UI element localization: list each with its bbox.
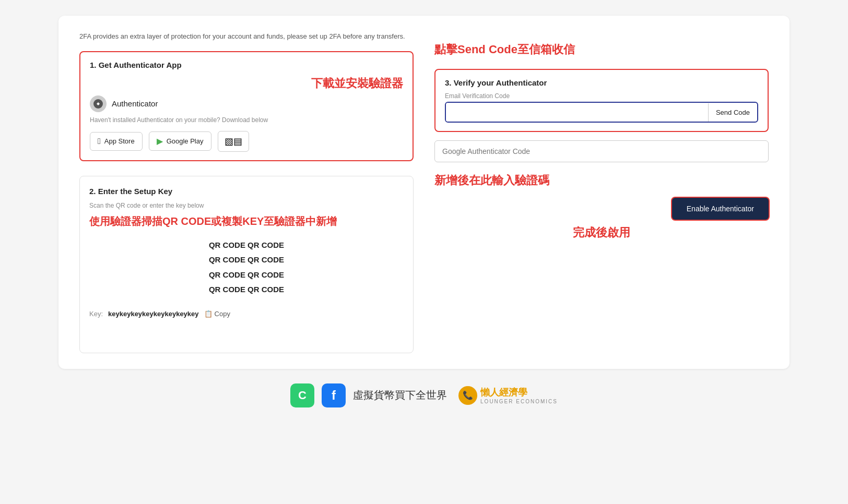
email-verification-input[interactable] <box>446 103 708 122</box>
step2-annotation: 使用驗證器掃描QR CODE或複製KEY至驗證器中新增 <box>89 214 404 229</box>
footer-text: 虛擬貨幣買下全世界 <box>353 388 447 402</box>
email-input-row: Send Code <box>445 102 758 123</box>
store-buttons-row:  App Store ▶ Google Play ▧▤ <box>90 131 403 152</box>
step2-title: 2. Enter the Setup Key <box>89 187 404 196</box>
step3-title: 3. Verify your Authenticator <box>445 78 758 87</box>
qr-line-3: QR CODE QR CODE <box>209 268 284 283</box>
key-value: keykeykeykeykeykeykeykey <box>108 310 199 318</box>
left-column: 2FA provides an extra layer of protectio… <box>79 31 414 353</box>
authenticator-icon <box>90 95 107 112</box>
google-auth-input[interactable] <box>434 140 769 162</box>
qr-line-1: QR CODE QR CODE <box>209 238 284 253</box>
footer-icon-c: C <box>290 383 314 407</box>
key-row: Key: keykeykeykeykeykeykeykey 📋 Copy <box>89 310 404 318</box>
right-column: 點擊Send Code至信箱收信 3. Verify your Authenti… <box>434 31 769 353</box>
google-play-label: Google Play <box>167 137 204 145</box>
qr-code-button[interactable]: ▧▤ <box>218 131 249 152</box>
google-play-button[interactable]: ▶ Google Play <box>149 131 211 151</box>
qr-line-2: QR CODE QR CODE <box>209 253 284 268</box>
auth-app-name: Authenticator <box>112 99 158 108</box>
step1-title: 1. Get Authenticator App <box>90 61 403 69</box>
not-installed-text: Haven't installed Authenticator on your … <box>90 116 403 124</box>
main-container: 2FA provides an extra layer of protectio… <box>58 16 790 369</box>
key-label: Key: <box>89 310 103 318</box>
step2-box: 2. Enter the Setup Key Scan the QR code … <box>79 176 414 353</box>
google-play-icon: ▶ <box>157 136 163 146</box>
app-store-button[interactable]:  App Store <box>90 132 143 151</box>
footer-facebook-icon: f <box>322 383 346 407</box>
footer-brand-sub: LOUNGER ECONOMICS <box>480 399 558 404</box>
send-code-button[interactable]: Send Code <box>708 103 757 122</box>
copy-button[interactable]: 📋 Copy <box>204 310 230 318</box>
complete-label: 完成後啟用 <box>434 225 769 241</box>
step3-box: 3. Verify your Authenticator Email Verif… <box>434 69 769 132</box>
footer-brand-name: 懶人經濟學 <box>480 386 558 399</box>
enable-btn-wrapper: Enable Authenticator <box>434 198 769 220</box>
step1-annotation: 下載並安裝驗證器 <box>90 76 403 91</box>
footer-brand: 📞 懶人經濟學 LOUNGER ECONOMICS <box>458 386 558 405</box>
footer-brand-text-group: 懶人經濟學 LOUNGER ECONOMICS <box>480 386 558 404</box>
right-annotation1: 點擊Send Code至信箱收信 <box>434 42 769 57</box>
footer-brand-icon: 📞 <box>458 386 477 405</box>
app-store-label: App Store <box>104 137 135 145</box>
apple-icon:  <box>98 137 101 146</box>
qr-icon: ▧▤ <box>225 136 242 147</box>
right-annotation2: 新增後在此輸入驗證碼 <box>434 173 769 188</box>
enable-authenticator-button[interactable]: Enable Authenticator <box>672 198 769 220</box>
copy-label: Copy <box>215 310 230 318</box>
email-verification-label: Email Verification Code <box>445 92 758 100</box>
qr-code-display: QR CODE QR CODE QR CODE QR CODE QR CODE … <box>194 238 299 297</box>
footer: C f 虛擬貨幣買下全世界 📞 懶人經濟學 LOUNGER ECONOMICS <box>58 383 790 407</box>
auth-app-row: Authenticator <box>90 95 403 112</box>
qr-line-4: QR CODE QR CODE <box>209 282 284 297</box>
copy-icon: 📋 <box>204 310 213 318</box>
intro-text: 2FA provides an extra layer of protectio… <box>79 31 414 42</box>
step1-box: 1. Get Authenticator App 下載並安裝驗證器 Authen… <box>79 51 414 161</box>
scan-text: Scan the QR code or enter the key below <box>89 202 404 209</box>
